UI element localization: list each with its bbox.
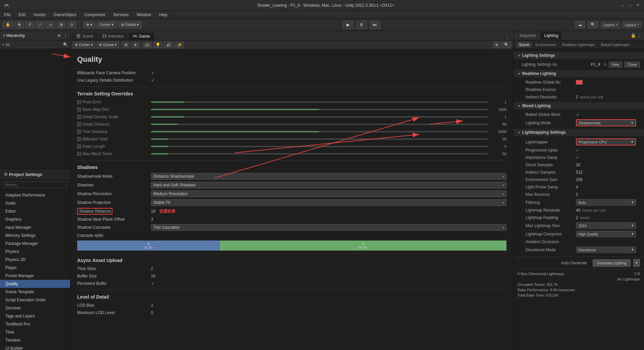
tree-distance-track[interactable] xyxy=(151,131,488,132)
detail-distance-checkbox[interactable] xyxy=(77,122,81,126)
global-btn[interactable]: ⊕ Global ▾ xyxy=(118,21,142,28)
mixed-lighting-section-header[interactable]: ▼ Mixed Lighting xyxy=(514,102,644,110)
generate-lighting-arrow-btn[interactable]: ▾ xyxy=(633,259,640,267)
realtime-global-color[interactable] xyxy=(576,80,583,85)
menu-help[interactable]: Help xyxy=(158,12,169,18)
settings-item-services[interactable]: Services xyxy=(0,304,70,312)
subtab-environment[interactable]: Environment xyxy=(533,42,559,48)
subtab-scene[interactable]: Scene xyxy=(516,42,532,48)
play-button[interactable]: ▶ xyxy=(343,21,354,29)
center-dropdown[interactable]: ⊕ Center ▾ xyxy=(72,42,95,48)
subtab-realtime[interactable]: Realtime Lightmaps xyxy=(559,42,597,48)
tool-scale[interactable]: ⤢ xyxy=(36,21,45,28)
search-scene-btn[interactable]: 🔍 xyxy=(502,42,511,48)
menu-edit[interactable]: Edit xyxy=(17,12,27,18)
generate-lighting-btn[interactable]: Generate Lighting xyxy=(593,259,631,267)
settings-item-input[interactable]: Input Manager xyxy=(0,223,70,231)
settings-item-adaptive[interactable]: Adaptive Performance xyxy=(0,191,70,199)
grid-toggle[interactable]: ⊞ xyxy=(122,42,130,48)
settings-item-package[interactable]: Package Manager xyxy=(0,239,70,248)
settings-item-timeline[interactable]: Timeline xyxy=(0,336,70,344)
fade-length-checkbox[interactable] xyxy=(77,144,81,148)
tool-custom[interactable]: ⊙ xyxy=(67,21,76,28)
shadows-dropdown[interactable]: Hard and Soft Shadows ▾ xyxy=(151,182,506,188)
detail-density-track[interactable] xyxy=(151,116,488,118)
menu-window[interactable]: Window xyxy=(135,12,152,18)
2d-toggle[interactable]: 2D xyxy=(143,42,152,48)
lighting-lock-icon[interactable]: 🔒 xyxy=(631,33,636,38)
settings-item-physics2d[interactable]: Physics 2D xyxy=(0,256,70,264)
global-dropdown[interactable]: ⊕ Global ▾ xyxy=(97,42,119,48)
settings-item-ui-builder[interactable]: UI Builder xyxy=(0,344,70,350)
base-map-track[interactable] xyxy=(151,109,488,110)
lightmapping-section-header[interactable]: ▼ Lightmapping Settings xyxy=(514,129,644,136)
realtime-lighting-section-header[interactable]: ▼ Realtime Lighting xyxy=(514,70,644,77)
hierarchy-menu-btn[interactable]: ⊕ xyxy=(57,33,61,38)
fx-toggle[interactable]: ✨ xyxy=(175,42,184,48)
settings-item-scene-template[interactable]: Scene Template xyxy=(0,288,70,296)
menu-gameobject[interactable]: GameObject xyxy=(52,12,77,18)
settings-item-memory[interactable]: Memory Settings xyxy=(0,231,70,239)
settings-item-textmesh[interactable]: TextMesh Pro xyxy=(0,320,70,328)
settings-item-editor[interactable]: Editor xyxy=(0,207,70,215)
clone-lighting-btn[interactable]: Clone xyxy=(624,61,640,68)
gizmos-btn[interactable]: ⊕ xyxy=(493,42,500,48)
shadow-cascades-dropdown[interactable]: Two Cascades ▾ xyxy=(151,224,506,231)
shadow-projection-dropdown[interactable]: Stable Fit ▾ xyxy=(151,199,506,206)
settings-item-player[interactable]: Player xyxy=(0,264,70,272)
pivot-btn[interactable]: ⊕ ▾ xyxy=(83,21,95,28)
detail-distance-track[interactable] xyxy=(151,124,488,125)
lighting-toggle[interactable]: 💡 xyxy=(153,42,163,48)
directional-mode-dropdown[interactable]: Directional ▾ xyxy=(576,247,636,253)
menu-assets[interactable]: Assets xyxy=(32,12,47,18)
billboard-start-checkbox[interactable] xyxy=(77,137,81,141)
filtering-dropdown[interactable]: Auto ▾ xyxy=(576,199,636,206)
shadowmask-mode-dropdown[interactable]: Distance Shadowmask ▾ xyxy=(151,173,506,180)
maximize-button[interactable]: □ xyxy=(628,3,633,8)
tool-transform[interactable]: ⊞ xyxy=(57,21,66,28)
base-map-checkbox[interactable] xyxy=(77,107,81,112)
tab-bar-more[interactable]: ⋮ xyxy=(502,35,512,40)
max-lightmap-dropdown[interactable]: 1024 ▾ xyxy=(576,222,636,229)
lighting-target-icon[interactable]: ⊙ xyxy=(603,62,607,67)
pixel-error-track[interactable] xyxy=(151,101,488,103)
search-btn[interactable]: 🔍 xyxy=(588,21,598,28)
settings-item-script-execution[interactable]: Script Execution Order xyxy=(0,296,70,304)
lightmapper-dropdown[interactable]: Progressive CPU ▾ xyxy=(576,138,636,145)
settings-item-physics[interactable]: Physics xyxy=(0,248,70,256)
max-mesh-trees-checkbox[interactable] xyxy=(77,152,81,156)
center-btn[interactable]: Center ▾ xyxy=(97,21,117,28)
tree-distance-checkbox[interactable] xyxy=(77,130,81,134)
menu-file[interactable]: File xyxy=(3,12,12,18)
layout-dropdown[interactable]: Layout ▾ xyxy=(623,22,641,28)
max-mesh-trees-track[interactable] xyxy=(151,153,488,155)
tool-move[interactable]: ✥ xyxy=(15,21,24,28)
lighting-mode-dropdown[interactable]: Shadowmask ▾ xyxy=(576,119,636,126)
hierarchy-all-btn[interactable]: All xyxy=(6,43,10,47)
settings-item-time[interactable]: Time xyxy=(0,328,70,336)
tool-rect[interactable]: ▭ xyxy=(46,21,55,28)
pixel-error-checkbox[interactable] xyxy=(77,100,81,104)
tab-scene[interactable]: 🎬 Scene xyxy=(72,33,98,40)
settings-item-graphics[interactable]: Graphics xyxy=(0,215,70,223)
lightmap-compress-dropdown[interactable]: High Quality ▾ xyxy=(576,231,636,237)
step-button[interactable]: ⏭ xyxy=(370,21,380,29)
settings-item-tags[interactable]: Tags and Layers xyxy=(0,312,70,320)
settings-item-audio[interactable]: Audio xyxy=(0,199,70,207)
shadow-resolution-dropdown[interactable]: Medium Resolution ▾ xyxy=(151,190,506,197)
visibility-toggle[interactable]: 👁 xyxy=(131,42,140,48)
tab-game[interactable]: 🎮 Game xyxy=(128,33,154,40)
lighting-settings-section-header[interactable]: ▼ Lighting Settings xyxy=(514,52,644,59)
tab-lighting[interactable]: Lighting xyxy=(541,32,561,39)
lighting-more-icon[interactable]: ⋮ xyxy=(637,33,641,38)
hierarchy-add-btn[interactable]: + xyxy=(2,42,4,47)
detail-density-checkbox[interactable] xyxy=(77,115,81,119)
fade-length-track[interactable] xyxy=(151,146,488,147)
menu-services[interactable]: Services xyxy=(112,12,130,18)
tool-rotate[interactable]: ↺ xyxy=(25,21,34,28)
close-button[interactable]: ✕ xyxy=(635,3,640,8)
pause-button[interactable]: ⏸ xyxy=(356,21,367,29)
settings-item-preset[interactable]: Preset Manager xyxy=(0,272,70,280)
hierarchy-more-btn[interactable]: ⋮ xyxy=(63,33,67,38)
hierarchy-filter-btn[interactable]: 🔍 xyxy=(63,42,68,47)
